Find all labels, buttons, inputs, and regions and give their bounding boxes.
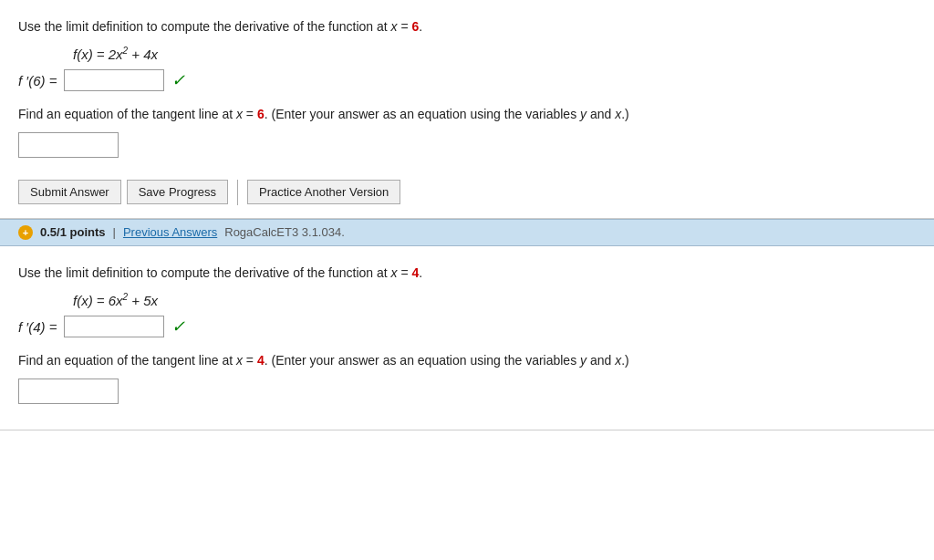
section-2: Use the limit definition to compute the …	[0, 246, 934, 430]
tangent-x-var-2: x	[236, 353, 243, 368]
tangent-text-end-2: .)	[621, 353, 629, 368]
tangent-text-end-1: .)	[621, 107, 629, 121]
tangent-x-val-2: 4	[257, 353, 265, 368]
tangent-y-var-2: y	[580, 353, 586, 368]
tangent-and-2: and	[586, 353, 615, 368]
derivative-input-1[interactable]	[64, 69, 164, 91]
problem-statement-1: Use the limit definition to compute the …	[18, 16, 916, 36]
tangent-text-prefix-2: Find an equation of the tangent line at	[18, 353, 236, 368]
problem-text-suffix-1: .	[419, 19, 422, 34]
problem-x-var-1: x	[391, 19, 398, 34]
problem-text-prefix-2: Use the limit definition to compute the …	[18, 265, 391, 280]
submit-answer-button-1[interactable]: Submit Answer	[18, 180, 121, 204]
tangent-y-var-1: y	[580, 107, 586, 121]
problem-text-suffix-2: .	[419, 265, 422, 280]
function-display-1: f(x) = 2x2 + 4x	[73, 46, 916, 62]
button-row-1: Submit Answer Save Progress Practice Ano…	[18, 171, 916, 205]
derivative-row-1: f ′(6) = ✓	[18, 69, 916, 91]
tangent-input-1[interactable]	[18, 132, 119, 158]
checkmark-icon-1: ✓	[171, 70, 185, 90]
tangent-equals-2: =	[243, 353, 257, 368]
practice-another-version-button-1[interactable]: Practice Another Version	[247, 180, 400, 204]
tangent-statement-1: Find an equation of the tangent line at …	[18, 104, 916, 124]
previous-answers-link[interactable]: Previous Answers	[123, 225, 217, 239]
derivative-row-2: f ′(4) = ✓	[18, 316, 916, 337]
function-display-2: f(x) = 6x2 + 5x	[73, 292, 916, 308]
derivative-label-1: f ′(6) =	[18, 73, 57, 88]
save-progress-button-1[interactable]: Save Progress	[127, 180, 228, 204]
tangent-text-suffix-1: . (Enter your answer as an equation usin…	[265, 107, 580, 121]
tangent-equals-1: =	[243, 107, 257, 121]
problem-statement-2: Use the limit definition to compute the …	[18, 263, 916, 283]
tangent-input-2[interactable]	[18, 379, 119, 404]
points-circle-icon: +	[18, 225, 33, 240]
section-1: Use the limit definition to compute the …	[0, 0, 934, 219]
points-bar: + 0.5/1 points | Previous Answers RogaCa…	[0, 219, 934, 246]
function-label-2: f(x) = 6x2 + 5x	[73, 293, 158, 308]
points-separator: |	[113, 225, 116, 239]
tangent-statement-2: Find an equation of the tangent line at …	[18, 350, 916, 370]
tangent-x-var-1: x	[236, 107, 243, 121]
tangent-text-suffix-2: . (Enter your answer as an equation usin…	[265, 353, 580, 368]
checkmark-icon-2: ✓	[171, 316, 185, 337]
tangent-x-val-1: 6	[257, 107, 265, 121]
points-value: 0.5/1 points	[40, 225, 106, 239]
tangent-text-prefix-1: Find an equation of the tangent line at	[18, 107, 236, 121]
button-divider-1	[237, 180, 238, 205]
tangent-and-1: and	[586, 107, 615, 121]
problem-x-var-2: x	[391, 265, 398, 280]
course-code: RogaCalcET3 3.1.034.	[224, 225, 345, 239]
problem-text-prefix-1: Use the limit definition to compute the …	[18, 19, 391, 34]
problem-equals-2: =	[398, 265, 412, 280]
derivative-input-2[interactable]	[64, 316, 164, 337]
function-label-1: f(x) = 2x2 + 4x	[73, 47, 158, 62]
derivative-label-2: f ′(4) =	[18, 319, 57, 335]
problem-equals-1: =	[398, 19, 412, 34]
